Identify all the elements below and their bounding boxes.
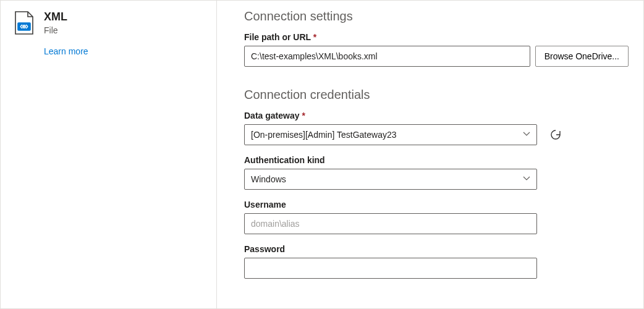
data-gateway-label: Data gateway * [244,111,629,121]
sidebar: XML File Learn more [1,1,217,308]
file-path-input[interactable] [244,46,530,67]
connector-title: XML [44,11,67,24]
username-label: Username [244,200,629,210]
browse-onedrive-button[interactable]: Browse OneDrive... [535,46,629,67]
xml-file-icon [13,11,35,38]
refresh-gateway-button[interactable] [548,127,563,142]
auth-kind-label: Authentication kind [244,155,629,165]
username-input[interactable] [244,213,537,234]
connector-subtitle: File [44,25,67,35]
auth-kind-select[interactable]: Windows [244,169,537,190]
password-input[interactable] [244,258,537,279]
connection-settings-heading: Connection settings [244,9,629,23]
learn-more-link[interactable]: Learn more [44,46,204,56]
refresh-icon [549,129,562,141]
connection-credentials-heading: Connection credentials [244,88,629,102]
main-panel: Connection settings File path or URL * B… [217,1,643,308]
data-gateway-select[interactable]: [On-premises][Admin] TestGateway23 [244,124,537,145]
password-label: Password [244,244,629,254]
sidebar-header: XML File [13,11,204,38]
file-path-label: File path or URL * [244,32,629,42]
